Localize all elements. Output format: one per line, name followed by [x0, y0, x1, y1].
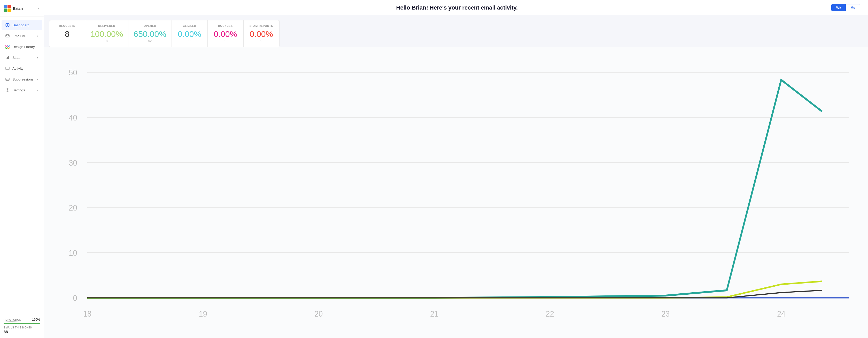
- chart-area: 50 40 30 20 10 0 18 19 20 21 22 23 24: [44, 47, 868, 338]
- sidebar-nav: Dashboard Email API ▾ Design L: [0, 17, 44, 314]
- svg-rect-15: [6, 67, 9, 70]
- stat-card-delivered: DELIVERED100.00%8: [85, 20, 128, 47]
- stat-value: 650.00%: [133, 30, 166, 38]
- stat-value: 100.00%: [90, 30, 123, 38]
- svg-point-21: [7, 90, 8, 91]
- svg-point-19: [6, 79, 7, 80]
- svg-text:40: 40: [69, 113, 77, 122]
- design-library-icon: [5, 44, 10, 49]
- opens-line: [87, 80, 822, 298]
- page-title: Hello Brian! Here's your recent email ac…: [83, 4, 831, 11]
- chart-container: 50 40 30 20 10 0 18 19 20 21 22 23 24: [46, 50, 863, 335]
- stat-card-clicked: CLICKED0.00%0: [172, 20, 208, 47]
- requests-line: [87, 281, 822, 298]
- stats-icon: [5, 55, 10, 60]
- svg-text:18: 18: [83, 309, 91, 318]
- sidebar-label-stats: Stats: [12, 56, 21, 60]
- sidebar-item-dashboard[interactable]: Dashboard: [2, 20, 42, 30]
- brand-name: Brian: [13, 6, 38, 10]
- svg-rect-7: [6, 35, 9, 37]
- sidebar-item-design-library[interactable]: Design Library: [2, 41, 42, 52]
- brand-chevron-icon: ▾: [38, 7, 39, 10]
- stat-subvalue: 0: [249, 39, 274, 43]
- settings-icon: [5, 88, 10, 92]
- svg-point-5: [7, 25, 8, 26]
- stat-value: 0.00%: [177, 30, 202, 38]
- stat-subvalue: 0: [213, 39, 238, 43]
- svg-text:19: 19: [199, 309, 207, 318]
- sidebar-label-settings: Settings: [12, 88, 25, 92]
- time-wk-button[interactable]: Wk: [832, 4, 846, 11]
- stat-label: OPENED: [133, 25, 166, 27]
- svg-text:20: 20: [69, 203, 77, 212]
- stat-label: REQUESTS: [55, 25, 80, 27]
- sidebar-label-activity: Activity: [12, 67, 24, 70]
- sidebar-item-suppressions[interactable]: Suppressions ▾: [2, 74, 42, 84]
- activity-chart: 50 40 30 20 10 0 18 19 20 21 22 23 24: [46, 50, 863, 335]
- svg-text:20: 20: [314, 309, 323, 318]
- suppressions-icon: [5, 77, 10, 81]
- sidebar-label-dashboard: Dashboard: [12, 23, 29, 27]
- svg-rect-0: [4, 5, 7, 8]
- settings-chevron-icon: ▾: [37, 89, 38, 92]
- stat-value: 0.00%: [249, 30, 274, 38]
- sidebar-label-suppressions: Suppressions: [12, 77, 34, 81]
- stat-label: CLICKED: [177, 25, 202, 27]
- sidebar: Brian ▾ Dashboard Email API ▾: [0, 0, 44, 338]
- svg-rect-12: [6, 58, 6, 59]
- svg-rect-9: [8, 45, 9, 46]
- stat-label: SPAM REPORTS: [249, 25, 274, 27]
- emails-label: EMAILS THIS MONTH: [4, 326, 40, 329]
- dashboard-icon: [5, 23, 10, 27]
- svg-rect-8: [6, 45, 7, 46]
- stat-subvalue: 8: [90, 39, 123, 43]
- suppressions-chevron-icon: ▾: [37, 78, 38, 81]
- main-content: Hello Brian! Here's your recent email ac…: [44, 0, 868, 338]
- stat-subvalue: 0: [177, 39, 202, 43]
- email-api-chevron-icon: ▾: [37, 35, 38, 37]
- stat-subvalue: 52: [133, 39, 166, 43]
- svg-rect-10: [6, 47, 7, 48]
- brand-area[interactable]: Brian ▾: [0, 0, 44, 17]
- svg-rect-13: [7, 57, 8, 59]
- svg-rect-1: [7, 5, 11, 8]
- stat-value: 0.00%: [213, 30, 238, 38]
- reputation-bar-fill: [4, 323, 40, 324]
- svg-text:10: 10: [69, 248, 77, 258]
- time-mo-button[interactable]: Mo: [846, 4, 860, 11]
- svg-text:23: 23: [661, 309, 670, 318]
- reputation-value: 100%: [32, 318, 40, 322]
- sidebar-item-email-api[interactable]: Email API ▾: [2, 31, 42, 41]
- brand-icon: [4, 5, 11, 12]
- svg-rect-2: [4, 8, 7, 12]
- sidebar-item-stats[interactable]: Stats ▾: [2, 53, 42, 63]
- sidebar-footer: REPUTATION 100% EMAILS THIS MONTH 88: [0, 314, 44, 338]
- main-header: Hello Brian! Here's your recent email ac…: [44, 0, 868, 15]
- stat-card-opened: OPENED650.00%52: [128, 20, 172, 47]
- svg-rect-11: [8, 47, 9, 48]
- sidebar-label-design-library: Design Library: [12, 45, 35, 49]
- svg-text:0: 0: [73, 293, 77, 303]
- emails-value: 88: [4, 330, 40, 334]
- stat-card-bounces: BOUNCES0.00%0: [208, 20, 244, 47]
- stat-label: DELIVERED: [90, 25, 123, 27]
- stats-chevron-icon: ▾: [37, 56, 38, 59]
- svg-text:21: 21: [430, 309, 438, 318]
- stat-card-requests: REQUESTS8: [49, 20, 85, 47]
- stat-value: 8: [55, 30, 80, 38]
- stat-label: BOUNCES: [213, 25, 238, 27]
- svg-text:24: 24: [777, 309, 785, 318]
- svg-text:50: 50: [69, 68, 77, 77]
- svg-text:30: 30: [69, 158, 77, 167]
- svg-text:22: 22: [546, 309, 554, 318]
- reputation-label: REPUTATION: [4, 318, 22, 321]
- email-api-icon: [5, 34, 10, 38]
- svg-rect-14: [8, 56, 9, 59]
- reputation-bar: [4, 323, 40, 324]
- sidebar-item-activity[interactable]: Activity: [2, 63, 42, 73]
- svg-rect-3: [7, 8, 11, 12]
- stat-card-spam-reports: SPAM REPORTS0.00%0: [243, 20, 280, 47]
- sidebar-item-settings[interactable]: Settings ▾: [2, 85, 42, 95]
- time-toggle: Wk Mo: [831, 4, 860, 11]
- activity-icon: [5, 66, 10, 71]
